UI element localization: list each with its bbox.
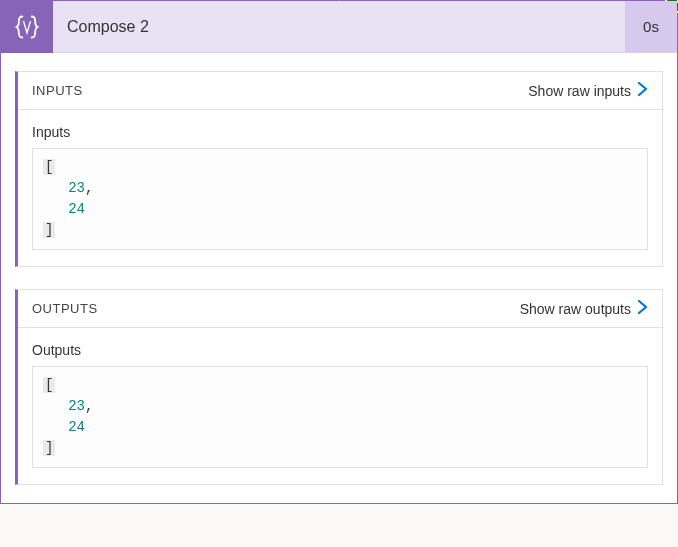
action-icon-container bbox=[1, 1, 53, 53]
chevron-right-icon bbox=[637, 300, 648, 317]
outputs-body-label: Outputs bbox=[32, 342, 648, 358]
compose-action-card: Compose 2 0s INPUTS Show raw inputs Inpu… bbox=[0, 0, 678, 504]
inputs-panel: INPUTS Show raw inputs Inputs [ 23, 24 ] bbox=[15, 71, 663, 267]
braces-icon bbox=[13, 13, 41, 41]
outputs-panel-body: Outputs [ 23, 24 ] bbox=[18, 328, 662, 484]
card-duration: 0s bbox=[625, 1, 677, 52]
show-raw-inputs-link[interactable]: Show raw inputs bbox=[528, 82, 648, 99]
show-raw-inputs-text: Show raw inputs bbox=[528, 83, 631, 99]
show-raw-outputs-link[interactable]: Show raw outputs bbox=[520, 300, 648, 317]
inputs-panel-header: INPUTS Show raw inputs bbox=[18, 72, 662, 110]
inputs-code-box: [ 23, 24 ] bbox=[32, 148, 648, 250]
outputs-code-box: [ 23, 24 ] bbox=[32, 366, 648, 468]
outputs-panel: OUTPUTS Show raw outputs Outputs [ 23, 2… bbox=[15, 289, 663, 485]
card-title: Compose 2 bbox=[53, 1, 625, 52]
inputs-panel-body: Inputs [ 23, 24 ] bbox=[18, 110, 662, 266]
chevron-right-icon bbox=[637, 82, 648, 99]
card-header[interactable]: Compose 2 0s bbox=[1, 1, 677, 53]
outputs-panel-header: OUTPUTS Show raw outputs bbox=[18, 290, 662, 328]
connector-arrow-icon bbox=[330, 0, 348, 1]
inputs-section-label: INPUTS bbox=[32, 83, 83, 98]
show-raw-outputs-text: Show raw outputs bbox=[520, 301, 631, 317]
inputs-body-label: Inputs bbox=[32, 124, 648, 140]
card-body: INPUTS Show raw inputs Inputs [ 23, 24 ]… bbox=[1, 53, 677, 503]
outputs-section-label: OUTPUTS bbox=[32, 301, 98, 316]
